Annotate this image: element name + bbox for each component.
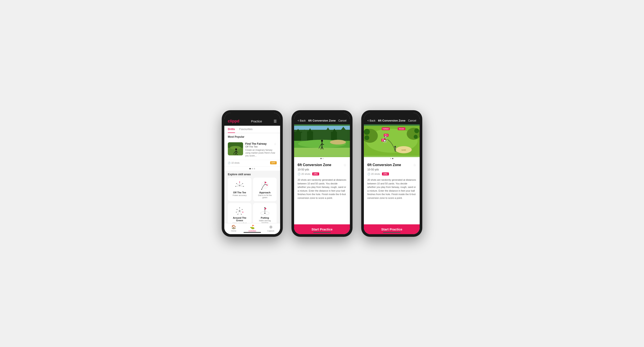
screen-2: < Back 6ft Conversion Zone Cancel xyxy=(294,113,350,234)
image-dot-2 xyxy=(322,158,324,159)
detail-title-3: 6ft Conversion Zone xyxy=(378,119,406,122)
skill-card-approach[interactable]: Approach Dial-in to hit the green xyxy=(253,178,277,201)
most-popular-title: Most Popular xyxy=(224,133,280,140)
card-description: Create an imaginary fairway using marker… xyxy=(245,149,277,157)
svg-point-83 xyxy=(364,135,369,140)
nav-capture-label: Capture xyxy=(267,230,274,232)
cancel-button-2[interactable]: Cancel xyxy=(338,119,346,122)
screen-1: clippd Practice ☰ Drills Favourites Most… xyxy=(224,113,280,234)
svg-point-41 xyxy=(236,212,237,213)
notch xyxy=(383,113,400,117)
arg-badge-2: ARG xyxy=(312,172,319,175)
svg-text:Miss: Miss xyxy=(384,134,388,136)
card-info: Find The Fairway Off The Tee ☆ Create an… xyxy=(245,142,277,157)
detail-title-2: 6ft Conversion Zone xyxy=(308,119,336,122)
nav-home[interactable]: 🏠 Home xyxy=(224,225,243,232)
svg-point-3 xyxy=(235,148,237,150)
skill-name-putting: Putting xyxy=(261,216,269,219)
drill-content-2: 6ft Conversion Zone ☆ 10-50 yds 🕐 20 sho… xyxy=(294,160,350,224)
drill-title-2: 6ft Conversion Zone xyxy=(298,163,331,167)
app-logo: clippd xyxy=(228,119,239,124)
skill-card-putting[interactable]: Putting Make and lag practice xyxy=(253,203,277,223)
drill-description-3: 20 shots are randomly generated at dista… xyxy=(367,178,416,200)
svg-point-24 xyxy=(267,185,268,186)
svg-point-18 xyxy=(243,186,244,187)
skill-card-arg[interactable]: Around The Green Hone your short game xyxy=(228,203,251,223)
back-button-3[interactable]: < Back xyxy=(367,119,376,122)
drill-thumbnail xyxy=(228,142,243,155)
svg-point-47 xyxy=(265,212,265,213)
shots-label: 🕐 10 shots xyxy=(228,162,240,164)
drill-photo-2 xyxy=(294,124,350,157)
drill-meta-2: 🕐 20 shots ARG xyxy=(298,172,346,175)
svg-point-94 xyxy=(384,140,386,142)
ott-icon xyxy=(233,180,246,191)
svg-line-30 xyxy=(240,209,242,211)
phone-3: < Back 6ft Conversion Zone Cancel SAND xyxy=(361,110,422,237)
drill-map-3: SAND FAIRWAY ROUGH Hit M xyxy=(364,124,420,157)
putting-icon xyxy=(258,206,272,216)
svg-point-36 xyxy=(239,207,240,208)
featured-drill-card[interactable]: Find The Fairway Off The Tee ☆ Create an… xyxy=(224,140,280,160)
svg-point-37 xyxy=(242,209,243,210)
image-dot-1 xyxy=(320,158,322,159)
svg-point-25 xyxy=(261,189,262,190)
svg-point-38 xyxy=(242,212,243,213)
skill-grid: Off The Tee Power accuracy xyxy=(224,178,280,223)
svg-point-42 xyxy=(236,209,238,210)
drill-title-3: 6ft Conversion Zone xyxy=(367,163,401,167)
svg-point-39 xyxy=(241,214,242,215)
notch xyxy=(313,113,331,117)
skill-name-approach: Approach xyxy=(259,191,270,194)
phone-1: clippd Practice ☰ Drills Favourites Most… xyxy=(222,110,283,237)
skill-desc-putting: Make and lag practice xyxy=(255,220,274,223)
svg-point-85 xyxy=(414,135,418,139)
image-dot-3-1 xyxy=(390,158,391,159)
skill-card-ott[interactable]: Off The Tee Power accuracy xyxy=(228,178,251,201)
svg-point-82 xyxy=(364,129,370,135)
clock-icon: 🕐 xyxy=(228,162,230,164)
svg-line-12 xyxy=(240,184,243,186)
skill-name-ott: Off The Tee xyxy=(233,191,246,194)
favourite-star-3[interactable]: ☆ xyxy=(413,163,416,167)
back-button-2[interactable]: < Back xyxy=(298,119,306,122)
svg-text:SAND: SAND xyxy=(402,149,406,151)
image-dots-3 xyxy=(364,157,420,160)
drill-content-3: 6ft Conversion Zone ☆ 10-50 yds 🕐 20 sho… xyxy=(364,160,420,224)
home-bar xyxy=(244,232,261,233)
dot-2 xyxy=(252,168,253,169)
svg-line-14 xyxy=(236,184,240,186)
favourite-icon[interactable]: ☆ xyxy=(274,142,277,146)
card-footer: 🕐 10 shots OTT xyxy=(224,160,280,167)
nav-activities[interactable]: ⛳ Activities xyxy=(243,225,262,232)
nav-capture[interactable]: ⊕ Capture xyxy=(262,225,280,232)
skill-desc-ott: Power accuracy xyxy=(232,194,246,196)
svg-point-50 xyxy=(264,213,266,214)
shots-info-2: 🕐 20 shots xyxy=(298,173,310,175)
home-bar-3 xyxy=(383,232,400,233)
svg-text:ROUGH: ROUGH xyxy=(399,128,404,130)
arg-badge-3: ARG xyxy=(382,172,389,175)
capture-icon: ⊕ xyxy=(269,225,272,229)
svg-line-15 xyxy=(236,186,240,186)
drill-meta-3: 🕐 20 shots ARG xyxy=(367,172,416,175)
main-content: Most Popular xyxy=(224,133,280,223)
header-title: Practice xyxy=(251,120,262,123)
cancel-button-3[interactable]: Cancel xyxy=(408,119,416,122)
svg-marker-49 xyxy=(265,208,267,209)
ott-badge: OTT xyxy=(270,161,277,164)
golf-map-svg: SAND FAIRWAY ROUGH Hit M xyxy=(364,124,420,157)
favourite-star-2[interactable]: ☆ xyxy=(343,163,346,167)
svg-line-35 xyxy=(237,209,240,211)
tab-favourites[interactable]: Favourites xyxy=(239,126,253,133)
svg-point-69 xyxy=(321,140,323,142)
nav-activities-label: Activities xyxy=(248,230,256,232)
drill-range-3: 10-50 yds xyxy=(367,168,416,171)
svg-point-17 xyxy=(242,183,243,184)
clock-icon-2: 🕐 xyxy=(298,173,301,175)
carousel-dots xyxy=(224,167,280,171)
tab-drills[interactable]: Drills xyxy=(228,126,235,133)
menu-icon[interactable]: ☰ xyxy=(274,119,277,123)
nav-home-label: Home xyxy=(231,230,236,232)
home-bar-2 xyxy=(313,232,331,233)
